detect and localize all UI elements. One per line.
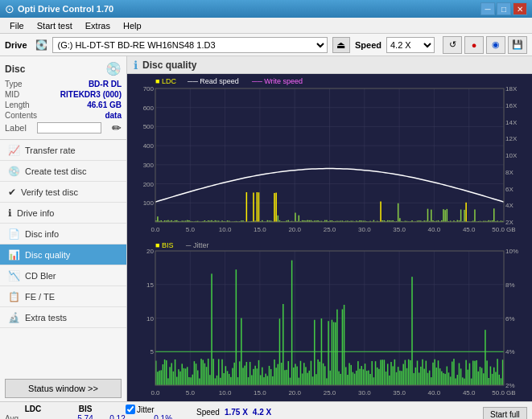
nav-disc-quality[interactable]: 📊 Disc quality — [0, 244, 126, 265]
speed-stat-label: Speed — [196, 408, 220, 417]
avg-label: Avg — [5, 414, 61, 419]
burn-button[interactable]: ● — [464, 36, 484, 54]
type-value: BD-R DL — [89, 80, 122, 88]
transfer-rate-icon: 📈 — [8, 145, 20, 156]
bis-col-header: BIS — [61, 405, 109, 414]
speed-label: Speed — [355, 40, 381, 50]
ldc-chart — [127, 74, 532, 238]
stats-grid: LDC BIS Jitter Avg 5.74 0.12 -0.1% Max 6… — [5, 405, 182, 419]
stats-row: LDC BIS Jitter Avg 5.74 0.12 -0.1% Max 6… — [0, 402, 532, 419]
nav-create-test-disc-label: Create test disc — [25, 166, 86, 176]
avg-ldc: 5.74 — [61, 414, 109, 419]
nav-drive-info-label: Drive info — [17, 208, 54, 218]
nav-disc-quality-label: Disc quality — [25, 250, 70, 260]
avg-bis: 0.12 — [109, 414, 126, 419]
status-window-button[interactable]: Status window >> — [5, 379, 122, 398]
disc-refresh-icon[interactable]: 💿 — [105, 61, 122, 76]
contents-value: data — [105, 111, 122, 120]
app-title: Opti Drive Control 1.70 — [18, 4, 480, 14]
fe-te-icon: 📋 — [8, 291, 20, 302]
menu-file[interactable]: File — [3, 19, 31, 32]
save-button[interactable]: 💾 — [508, 36, 527, 54]
disc-info-panel: Disc 💿 Type BD-R DL MID RITEKDR3 (000) L… — [0, 56, 126, 140]
start-full-button[interactable]: Start full — [483, 407, 527, 419]
close-button[interactable]: ✕ — [513, 2, 527, 15]
mid-value: RITEKDR3 (000) — [60, 90, 122, 99]
stats-buttons: Start full Start part — [483, 407, 527, 419]
sidebar-nav: 📈 Transfer rate 💿 Create test disc ✔ Ver… — [0, 140, 126, 376]
erase-button[interactable]: ◉ — [486, 36, 505, 54]
disc-section-title: Disc — [5, 64, 25, 75]
menu-extras[interactable]: Extras — [79, 19, 117, 32]
maximize-button[interactable]: □ — [497, 2, 511, 15]
verify-test-disc-icon: ✔ — [8, 187, 16, 198]
length-label: Length — [5, 101, 30, 109]
extra-tests-icon: 🔬 — [8, 312, 20, 323]
charts-area — [127, 74, 532, 401]
nav-fe-te-label: FE / TE — [25, 292, 55, 302]
jitter-col-header: Jitter — [126, 405, 182, 414]
disc-quality-icon: 📊 — [8, 249, 20, 261]
speed-stat-value2: 4.2 X — [253, 408, 271, 417]
refresh-button[interactable]: ↺ — [443, 36, 462, 54]
sidebar: Disc 💿 Type BD-R DL MID RITEKDR3 (000) L… — [0, 56, 127, 401]
ldc-chart-container — [127, 74, 532, 238]
type-label: Type — [5, 80, 23, 88]
speed-stats: Speed 1.75 X 4.2 X Position 47731 MB Sam… — [196, 408, 271, 419]
drivebar: Drive 💽 (G:) HL-DT-ST BD-RE WH16NS48 1.D… — [0, 34, 532, 56]
app-icon: ⊙ — [5, 2, 14, 15]
window-controls: ─ □ ✕ — [480, 2, 527, 15]
drive-select[interactable]: (G:) HL-DT-ST BD-RE WH16NS48 1.D3 — [52, 37, 328, 53]
bis-chart — [127, 238, 532, 401]
nav-cd-bler[interactable]: 📉 CD Bler — [0, 265, 126, 286]
ldc-col-header: LDC — [5, 405, 61, 414]
drive-icon: 💽 — [35, 39, 47, 51]
right-panel: ℹ Disc quality — [127, 56, 532, 401]
length-value: 46.61 GB — [87, 101, 122, 109]
nav-create-test-disc[interactable]: 💿 Create test disc — [0, 161, 126, 182]
menu-start-test[interactable]: Start test — [31, 19, 79, 32]
nav-disc-info-label: Disc info — [25, 229, 59, 239]
menu-help[interactable]: Help — [117, 19, 148, 32]
drive-info-icon: ℹ — [8, 207, 12, 219]
quality-panel-header: ℹ Disc quality — [127, 56, 532, 74]
menubar: File Start test Extras Help — [0, 18, 532, 34]
nav-extra-tests[interactable]: 🔬 Extra tests — [0, 307, 126, 328]
quality-info-icon: ℹ — [134, 59, 138, 72]
bis-chart-container — [127, 238, 532, 401]
nav-disc-info[interactable]: 📄 Disc info — [0, 224, 126, 244]
disc-info-icon: 📄 — [8, 228, 20, 240]
stats-area: LDC BIS Jitter Avg 5.74 0.12 -0.1% Max 6… — [0, 401, 532, 419]
speed-stat-value: 1.75 X — [225, 408, 248, 417]
quality-title: Disc quality — [142, 60, 196, 71]
create-test-disc-icon: 💿 — [8, 166, 20, 177]
nav-fe-te[interactable]: 📋 FE / TE — [0, 286, 126, 307]
titlebar: ⊙ Opti Drive Control 1.70 ─ □ ✕ — [0, 0, 532, 18]
nav-drive-info[interactable]: ℹ Drive info — [0, 203, 126, 224]
speed-select[interactable]: 4.2 X — [386, 37, 435, 53]
label-icon[interactable]: ✏ — [112, 121, 122, 134]
avg-jitter: -0.1% — [126, 414, 182, 419]
nav-verify-test-disc-label: Verify test disc — [21, 187, 78, 197]
contents-label: Contents — [5, 111, 37, 120]
minimize-button[interactable]: ─ — [480, 2, 495, 15]
nav-verify-test-disc[interactable]: ✔ Verify test disc — [0, 182, 126, 203]
label-input[interactable] — [37, 122, 101, 134]
nav-transfer-rate-label: Transfer rate — [25, 146, 76, 155]
label-label: Label — [5, 123, 27, 133]
jitter-checkbox[interactable] — [126, 405, 135, 414]
drive-action-icons: ↺ ● ◉ 💾 — [443, 36, 527, 54]
drive-label: Drive — [5, 40, 27, 50]
mid-label: MID — [5, 90, 19, 99]
cd-bler-icon: 📉 — [8, 270, 20, 281]
nav-cd-bler-label: CD Bler — [25, 271, 56, 281]
nav-extra-tests-label: Extra tests — [25, 313, 67, 322]
main-content: Disc 💿 Type BD-R DL MID RITEKDR3 (000) L… — [0, 56, 532, 401]
eject-button[interactable]: ⏏ — [332, 37, 350, 53]
nav-transfer-rate[interactable]: 📈 Transfer rate — [0, 140, 126, 161]
